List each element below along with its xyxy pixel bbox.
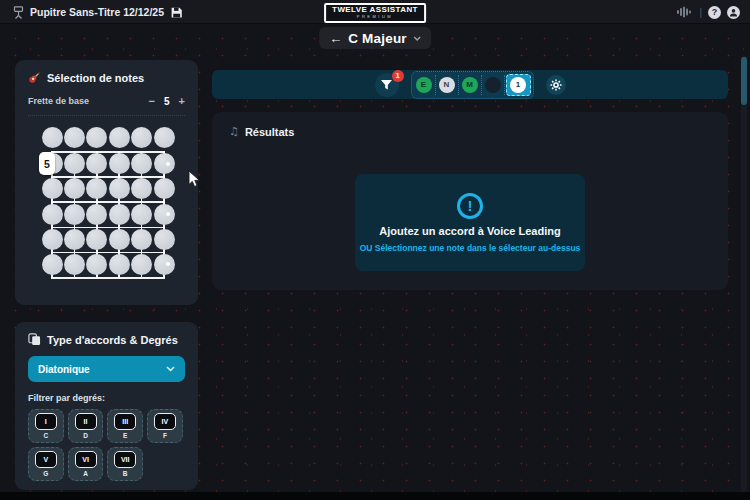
- results-panel: ♫ Résultats ! Ajoutez un accord à Voice …: [212, 112, 728, 290]
- degree-tile[interactable]: IVF: [147, 409, 183, 443]
- degree-roman-box: VI: [75, 451, 97, 468]
- note-display-toggle[interactable]: M: [459, 75, 482, 95]
- open-note-circle[interactable]: [109, 127, 130, 148]
- open-note-circle[interactable]: [154, 127, 175, 148]
- note-display-toggle-group: ENM1: [411, 71, 534, 99]
- fret-note-circle[interactable]: [131, 254, 152, 275]
- fret-note-circle[interactable]: [154, 254, 175, 275]
- settings-button[interactable]: [546, 75, 566, 95]
- back-arrow-icon[interactable]: ←: [329, 31, 342, 46]
- fret-note-circle[interactable]: [86, 153, 107, 174]
- fret-note-circle[interactable]: [42, 204, 63, 225]
- titlebar-separator: |: [699, 7, 702, 18]
- base-fret-row: Frette de base − 5 +: [15, 84, 198, 115]
- fret-note-circle[interactable]: [154, 229, 175, 250]
- note-display-toggle[interactable]: [482, 75, 505, 95]
- audio-waveform-icon[interactable]: [677, 6, 693, 18]
- user-icon: [729, 8, 738, 17]
- chord-panel-header: Type d'accords & Degrés: [15, 322, 198, 346]
- degree-tile[interactable]: IIIE: [107, 409, 143, 443]
- fret-line: [51, 227, 165, 229]
- fret-line: [51, 277, 165, 279]
- fret-note-circle[interactable]: [109, 204, 130, 225]
- fret-note-circle[interactable]: [131, 153, 152, 174]
- degree-roman-box: IV: [154, 413, 176, 430]
- note-display-toggle[interactable]: N: [436, 75, 459, 95]
- vertical-scrollbar-track: [741, 55, 747, 492]
- fret-marker-dot: [166, 212, 170, 216]
- fret-note-circle[interactable]: [86, 178, 107, 199]
- pages-icon: [28, 333, 41, 346]
- guitar-icon: [28, 71, 41, 84]
- fret-note-circle[interactable]: [154, 178, 175, 199]
- fret-note-circle[interactable]: [86, 254, 107, 275]
- note-circle: 1: [510, 77, 526, 93]
- fret-note-circle[interactable]: [131, 178, 152, 199]
- fret-note-circle[interactable]: [86, 229, 107, 250]
- gear-icon: [550, 79, 562, 91]
- empty-state-title: Ajoutez un accord à Voice Leading: [379, 225, 560, 237]
- bottom-strip: [0, 492, 750, 500]
- open-note-circle[interactable]: [86, 127, 107, 148]
- degree-tile[interactable]: VIA: [68, 447, 104, 481]
- key-selector[interactable]: ← C Majeur: [319, 27, 431, 49]
- fret-note-circle[interactable]: [109, 153, 130, 174]
- note-display-toggle[interactable]: 1: [506, 74, 531, 96]
- music-stand-icon: [13, 6, 24, 19]
- exclamation-mark: !: [468, 197, 473, 214]
- fret-note-circle[interactable]: [64, 178, 85, 199]
- fret-note-circle[interactable]: [64, 204, 85, 225]
- degree-tile[interactable]: IID: [68, 409, 104, 443]
- panel-divider: [28, 115, 185, 116]
- degree-tile[interactable]: IC: [28, 409, 64, 443]
- open-note-circle[interactable]: [64, 127, 85, 148]
- fret-note-circle[interactable]: [42, 254, 63, 275]
- note-panel-header: Sélection de notes: [15, 60, 198, 84]
- filter-count-badge: 1: [392, 70, 404, 82]
- open-note-circle[interactable]: [42, 127, 63, 148]
- fret-minus-button[interactable]: −: [149, 95, 155, 107]
- note-display-toggle[interactable]: E: [413, 75, 436, 95]
- document-group: Pupitre Sans-Titre 12/12/25: [13, 0, 183, 24]
- app-logo: TWELVE ASSISTANT PREMIUM: [324, 3, 426, 23]
- open-note-circle[interactable]: [131, 127, 152, 148]
- vertical-scrollbar-thumb[interactable]: [741, 57, 747, 105]
- fret-note-circle[interactable]: [64, 254, 85, 275]
- fretboard: 5: [41, 127, 181, 282]
- profile-button[interactable]: [727, 6, 740, 19]
- help-icon: ?: [712, 7, 718, 17]
- base-fret-label: Frette de base: [28, 96, 89, 106]
- filter-button[interactable]: 1: [375, 73, 399, 97]
- note-selection-panel: Sélection de notes Frette de base − 5 + …: [15, 60, 198, 305]
- fret-note-circle[interactable]: [42, 229, 63, 250]
- info-exclamation-icon: !: [457, 193, 483, 219]
- fret-note-circle[interactable]: [154, 204, 175, 225]
- degree-tile[interactable]: VIIB: [107, 447, 143, 481]
- fret-line: [51, 252, 165, 254]
- fret-note-circle[interactable]: [86, 204, 107, 225]
- app-window: { "titlebar": { "doc_title": "Pupitre Sa…: [0, 0, 750, 500]
- document-title: Pupitre Sans-Titre 12/12/25: [30, 6, 164, 18]
- fret-note-circle[interactable]: [131, 204, 152, 225]
- title-bar: Pupitre Sans-Titre 12/12/25 TWELVE ASSIS…: [0, 0, 750, 24]
- fret-plus-button[interactable]: +: [179, 95, 185, 107]
- fret-note-circle[interactable]: [154, 153, 175, 174]
- degree-tile[interactable]: VG: [28, 447, 64, 481]
- note-circle: N: [439, 77, 455, 93]
- fret-note-circle[interactable]: [131, 229, 152, 250]
- note-circle: [485, 77, 501, 93]
- degree-roman-box: I: [35, 413, 57, 430]
- fret-note-circle[interactable]: [109, 254, 130, 275]
- fret-note-circle[interactable]: [64, 153, 85, 174]
- titlebar-actions: | ?: [677, 0, 740, 24]
- chevron-down-icon: [166, 366, 175, 372]
- note-circle: M: [462, 77, 478, 93]
- chord-type-dropdown[interactable]: Diatonique: [28, 356, 185, 382]
- help-button[interactable]: ?: [708, 6, 721, 19]
- fret-note-circle[interactable]: [42, 178, 63, 199]
- save-icon[interactable]: [170, 6, 183, 19]
- fret-note-circle[interactable]: [64, 229, 85, 250]
- fret-line: [51, 151, 165, 153]
- fret-note-circle[interactable]: [109, 229, 130, 250]
- fret-note-circle[interactable]: [109, 178, 130, 199]
